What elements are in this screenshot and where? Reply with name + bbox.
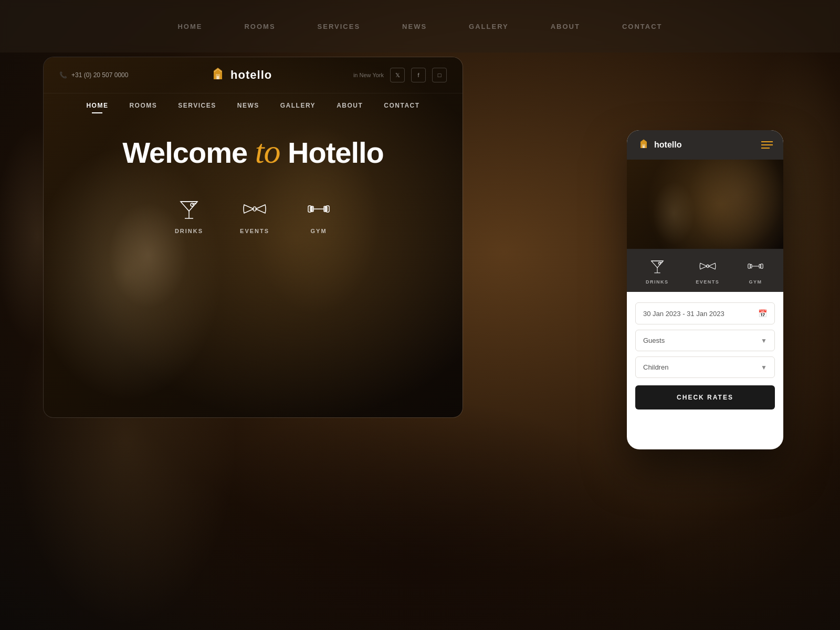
desktop-card: 📞 +31 (0) 20 507 0000 hotello in New Yor… <box>43 57 463 418</box>
feature-icons: DRINKS EVENTS GYM <box>44 170 463 245</box>
location-text: in New York <box>353 72 384 78</box>
nav-gallery[interactable]: GALLERY <box>280 102 316 109</box>
mobile-logo-icon <box>637 139 650 151</box>
hamburger-menu[interactable] <box>761 141 773 149</box>
brand-name-desktop: hotello <box>230 68 272 82</box>
mobile-feature-drinks[interactable]: DRINKS <box>646 257 669 285</box>
mobile-card: hotello DRINKS <box>627 130 783 449</box>
twitter-link[interactable]: 𝕏 <box>390 68 405 82</box>
nav-home[interactable]: HOME <box>86 102 108 109</box>
mobile-feature-events[interactable]: EVENTS <box>696 257 719 285</box>
desktop-header: 📞 +31 (0) 20 507 0000 hotello in New Yor… <box>44 57 463 93</box>
blur-nav-home[interactable]: HOME <box>177 23 202 30</box>
mobile-drinks-label: DRINKS <box>646 279 669 285</box>
phone-info: 📞 +31 (0) 20 507 0000 <box>59 71 128 79</box>
phone-icon: 📞 <box>59 71 67 79</box>
date-range-field[interactable]: 30 Jan 2023 - 31 Jan 2023 📅 <box>635 302 775 324</box>
desktop-logo[interactable]: hotello <box>209 67 272 83</box>
phone-number: +31 (0) 20 507 0000 <box>71 71 128 79</box>
hero-welcome: Welcome <box>122 136 255 169</box>
logo-icon <box>209 67 226 83</box>
children-field[interactable]: Children ▼ <box>635 356 775 378</box>
cocktail-icon <box>176 196 202 222</box>
desktop-nav: HOME ROOMS SERVICES NEWS GALLERY ABOUT C… <box>44 93 463 118</box>
nav-rooms[interactable]: ROOMS <box>129 102 157 109</box>
blur-nav-news[interactable]: NEWS <box>402 23 427 30</box>
hero-section: Welcome to Hotello <box>44 118 463 170</box>
top-nav-blur: HOME ROOMS SERVICES NEWS GALLERY ABOUT C… <box>0 0 840 52</box>
blur-nav-contact[interactable]: CONTACT <box>622 23 663 30</box>
feature-events[interactable]: EVENTS <box>240 196 269 234</box>
mobile-feature-icons: DRINKS EVENTS GYM <box>627 249 783 292</box>
mobile-cocktail-icon <box>648 257 666 275</box>
mobile-feature-gym[interactable]: GYM <box>747 257 764 285</box>
booking-form: 30 Jan 2023 - 31 Jan 2023 📅 Guests ▼ Chi… <box>627 292 783 420</box>
nav-about[interactable]: ABOUT <box>337 102 363 109</box>
bowtie-icon <box>242 196 267 222</box>
blur-nav-about[interactable]: ABOUT <box>551 23 580 30</box>
date-range-value: 30 Jan 2023 - 31 Jan 2023 <box>643 310 724 318</box>
mobile-gym-label: GYM <box>749 279 762 285</box>
mobile-brand-name: hotello <box>654 140 681 150</box>
nav-news[interactable]: NEWS <box>237 102 259 109</box>
svg-rect-21 <box>759 264 761 268</box>
guests-chevron-icon: ▼ <box>761 337 767 344</box>
mobile-events-label: EVENTS <box>696 279 719 285</box>
events-label: EVENTS <box>240 228 269 234</box>
children-chevron-icon: ▼ <box>761 364 767 371</box>
mobile-dumbbell-icon <box>747 257 764 275</box>
children-label: Children <box>643 363 668 371</box>
hero-brand: Hotello <box>280 136 383 169</box>
mobile-hero-photo <box>627 160 783 249</box>
dumbbell-icon <box>306 196 331 222</box>
guests-label: Guests <box>643 337 665 344</box>
calendar-icon: 📅 <box>758 309 767 318</box>
nav-contact[interactable]: CONTACT <box>384 102 419 109</box>
hero-script: to <box>255 133 280 170</box>
feature-gym[interactable]: GYM <box>306 196 331 234</box>
mobile-header: hotello <box>627 130 783 160</box>
social-links: in New York 𝕏 f □ <box>353 68 447 82</box>
mobile-bowtie-icon <box>699 257 717 275</box>
blur-nav-gallery[interactable]: GALLERY <box>469 23 509 30</box>
gym-label: GYM <box>311 228 327 234</box>
instagram-link[interactable]: □ <box>432 68 447 82</box>
nav-services[interactable]: SERVICES <box>178 102 216 109</box>
blur-nav-rooms[interactable]: ROOMS <box>244 23 275 30</box>
mobile-logo[interactable]: hotello <box>637 139 681 151</box>
guests-field[interactable]: Guests ▼ <box>635 330 775 351</box>
svg-rect-19 <box>761 264 763 269</box>
blur-nav-services[interactable]: SERVICES <box>318 23 361 30</box>
feature-drinks[interactable]: DRINKS <box>175 196 203 234</box>
facebook-link[interactable]: f <box>411 68 426 82</box>
hero-title: Welcome to Hotello <box>122 133 384 170</box>
svg-rect-20 <box>750 264 752 268</box>
check-rates-button[interactable]: CHECK RATES <box>635 385 775 410</box>
svg-rect-18 <box>748 264 750 269</box>
drinks-label: DRINKS <box>175 228 203 234</box>
